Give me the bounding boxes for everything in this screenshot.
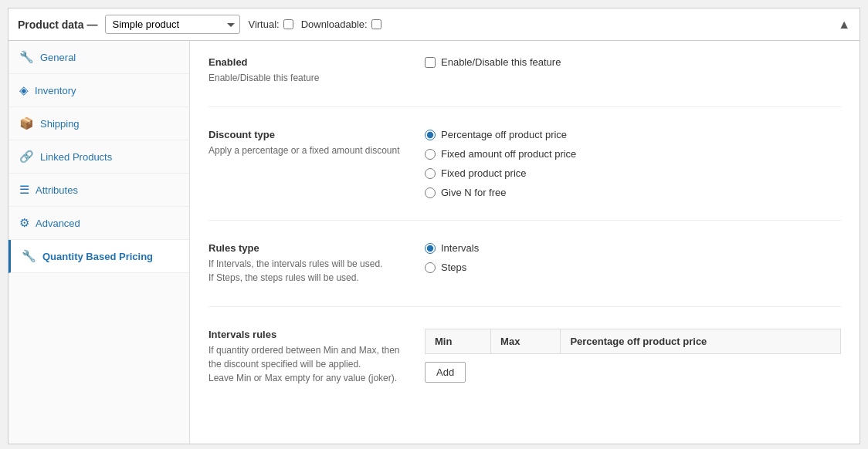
sidebar: 🔧 General ◈ Inventory 📦 Shipping 🔗 Linke… [8, 41, 190, 444]
radio-give-n-free-label: Give N for free [441, 187, 507, 198]
table-header-max: Max [491, 329, 561, 354]
attributes-icon: ☰ [19, 183, 29, 197]
sidebar-item-attributes[interactable]: ☰ Attributes [8, 174, 189, 207]
sidebar-label-general: General [40, 52, 76, 63]
radio-percentage-label: Percentage off product price [441, 129, 567, 140]
collapse-button[interactable]: ▲ [838, 18, 850, 32]
sidebar-item-linked-products[interactable]: 🔗 Linked Products [8, 140, 189, 174]
enabled-checkbox-label: Enable/Disable this feature [441, 56, 561, 68]
enabled-label-group: Enabled Enable/Disable this feature [209, 56, 409, 85]
downloadable-checkbox[interactable] [371, 19, 381, 29]
rules-type-title: Rules type [209, 242, 409, 254]
sidebar-label-shipping: Shipping [40, 118, 80, 130]
enabled-checkbox-group: Enable/Disable this feature [425, 56, 841, 68]
radio-fixed-amount[interactable]: Fixed amount off product price [425, 148, 841, 160]
sidebar-label-inventory: Inventory [35, 85, 76, 96]
sidebar-label-advanced: Advanced [36, 218, 80, 229]
enabled-section: Enabled Enable/Disable this feature Enab… [209, 56, 841, 107]
radio-steps-input[interactable] [425, 262, 436, 273]
discount-type-control: Percentage off product price Fixed amoun… [425, 129, 841, 198]
sidebar-label-linked-products: Linked Products [40, 151, 112, 163]
intervals-rules-control: Min Max Percentage off product price Add [425, 329, 841, 385]
sidebar-item-quantity-based-pricing[interactable]: 🔧 Quantity Based Pricing [8, 240, 189, 273]
radio-intervals[interactable]: Intervals [425, 242, 841, 254]
gear-icon: ⚙ [19, 216, 29, 230]
radio-fixed-amount-input[interactable] [425, 149, 436, 160]
discount-type-radio-group: Percentage off product price Fixed amoun… [425, 129, 841, 198]
table-header-percentage: Percentage off product price [561, 329, 841, 354]
radio-fixed-price-label: Fixed product price [441, 167, 527, 179]
shipping-icon: 📦 [19, 116, 34, 130]
radio-give-n-free[interactable]: Give N for free [425, 187, 841, 198]
rules-type-radio-group: Intervals Steps [425, 242, 841, 273]
radio-give-n-free-input[interactable] [425, 187, 436, 198]
sidebar-item-general[interactable]: 🔧 General [8, 41, 189, 74]
radio-steps-label: Steps [441, 262, 466, 273]
virtual-label: Virtual: [248, 19, 279, 30]
product-data-header: Product data — Simple product Grouped pr… [8, 8, 860, 41]
intervals-rules-title: Intervals rules [209, 329, 409, 340]
sidebar-item-shipping[interactable]: 📦 Shipping [8, 107, 189, 140]
sidebar-label-attributes: Attributes [36, 184, 78, 196]
radio-percentage-input[interactable] [425, 130, 436, 140]
sidebar-item-inventory[interactable]: ◈ Inventory [8, 74, 189, 107]
rules-type-section: Rules type If Intervals, the intervals r… [209, 242, 841, 307]
pricing-icon: 🔧 [22, 249, 36, 263]
discount-type-section: Discount type Apply a percentage or a fi… [209, 129, 841, 221]
rules-type-desc: If Intervals, the intervals rules will b… [209, 257, 409, 285]
discount-type-desc: Apply a percentage or a fixed amount dis… [209, 143, 409, 157]
virtual-checkbox-group: Virtual: [248, 19, 293, 30]
main-content: Enabled Enable/Disable this feature Enab… [190, 41, 860, 444]
radio-intervals-label: Intervals [441, 242, 479, 254]
radio-intervals-input[interactable] [425, 243, 436, 254]
sidebar-label-quantity-based-pricing: Quantity Based Pricing [42, 251, 153, 262]
link-icon: 🔗 [19, 150, 34, 164]
sidebar-item-advanced[interactable]: ⚙ Advanced [8, 207, 189, 240]
intervals-table: Min Max Percentage off product price [425, 329, 841, 354]
inventory-icon: ◈ [19, 83, 29, 97]
enabled-control: Enable/Disable this feature [425, 56, 841, 85]
discount-type-title: Discount type [209, 129, 409, 140]
radio-steps[interactable]: Steps [425, 262, 841, 273]
radio-percentage[interactable]: Percentage off product price [425, 129, 841, 140]
discount-type-label-group: Discount type Apply a percentage or a fi… [209, 129, 409, 198]
add-interval-button[interactable]: Add [425, 362, 466, 383]
product-type-select[interactable]: Simple product Grouped product External/… [105, 15, 240, 34]
virtual-checkbox[interactable] [283, 19, 293, 29]
downloadable-label: Downloadable: [301, 19, 368, 30]
product-data-body: 🔧 General ◈ Inventory 📦 Shipping 🔗 Linke… [8, 41, 860, 444]
wrench-icon: 🔧 [19, 50, 34, 64]
enabled-checkbox[interactable] [425, 57, 436, 68]
radio-fixed-price-input[interactable] [425, 168, 436, 179]
enabled-title: Enabled [209, 56, 409, 68]
radio-fixed-price[interactable]: Fixed product price [425, 167, 841, 179]
product-data-panel: Product data — Simple product Grouped pr… [8, 8, 860, 444]
downloadable-checkbox-group: Downloadable: [301, 19, 381, 30]
product-data-title: Product data — [18, 19, 97, 31]
intervals-rules-desc: If quantity ordered between Min and Max,… [209, 343, 409, 385]
table-header-min: Min [426, 329, 491, 354]
enabled-desc: Enable/Disable this feature [209, 71, 409, 85]
rules-type-label-group: Rules type If Intervals, the intervals r… [209, 242, 409, 285]
intervals-rules-section: Intervals rules If quantity ordered betw… [209, 329, 841, 407]
rules-type-control: Intervals Steps [425, 242, 841, 285]
intervals-rules-label-group: Intervals rules If quantity ordered betw… [209, 329, 409, 385]
radio-fixed-amount-label: Fixed amount off product price [441, 148, 576, 160]
